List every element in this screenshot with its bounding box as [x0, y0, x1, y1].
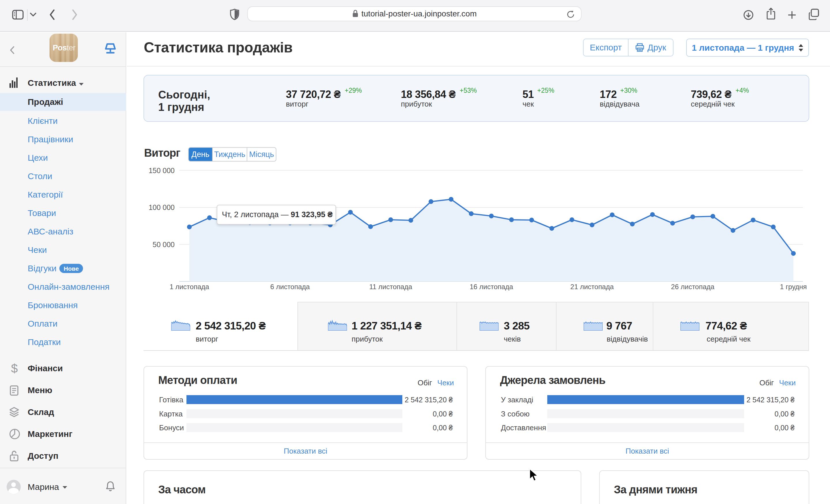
svg-text:11 листопада: 11 листопада: [369, 283, 412, 291]
svg-text:1 листопада: 1 листопада: [169, 283, 209, 291]
svg-text:6 листопада: 6 листопада: [270, 283, 310, 291]
svg-text:50 000: 50 000: [153, 240, 174, 248]
svg-text:1 грудня: 1 грудня: [780, 283, 807, 291]
svg-text:21 листопада: 21 листопада: [570, 283, 614, 291]
svg-text:100 000: 100 000: [149, 203, 174, 211]
svg-text:150 000: 150 000: [149, 166, 174, 174]
svg-text:26 листопада: 26 листопада: [671, 283, 714, 291]
svg-text:16 листопада: 16 листопада: [470, 283, 513, 291]
